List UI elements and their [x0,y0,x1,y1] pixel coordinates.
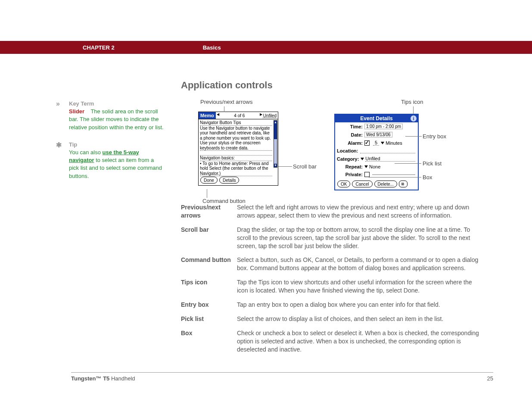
chevron-down-icon[interactable] [364,165,368,168]
keyterm-icon: » [56,100,69,131]
tip-label: Tip [69,141,77,148]
sidebar: » Key Term Slider The solid area on the … [56,54,181,359]
alarm-label: Alarm: [338,140,363,146]
chapter-header: CHAPTER 2 Basics [0,41,532,54]
category-value[interactable]: Unfiled [365,156,415,162]
definitions-table: Previous/next arrows Select the left and… [181,203,482,353]
date-label: Date: [338,132,363,137]
event-details-dialog: Event Details i Time: 1:00 pm - 2:00 pm … [334,114,419,190]
page-title: Application controls [181,80,498,91]
location-entry[interactable] [360,149,416,153]
alarm-unit[interactable]: Minutes [386,140,402,146]
section-label: Basics [203,44,221,51]
page-footer: Tungsten™ T5 Handheld 25 [71,372,493,382]
prev-arrow-icon[interactable]: ◀ [216,112,220,116]
memo-text: Navigation basics: [200,156,272,161]
time-label: Time: [338,124,363,129]
memo-screen: Memo ◀ 4 of 6 ▶ Unfiled Navigator Button… [198,112,278,186]
def-row: Scroll bar Drag the slider, or tap the t… [181,226,482,250]
time-entry[interactable]: 1:00 pm - 2:00 pm [364,124,403,129]
def-row: Pick list Select the arrow to display a … [181,315,482,323]
footer-product-bold: Tungsten™ T5 [71,375,109,382]
delete-button[interactable]: Delete... [374,181,397,187]
memo-category[interactable]: Unfiled [263,112,278,119]
def-desc: Drag the slider, or tap the top or botto… [237,226,482,250]
footer-product-rest: Handheld [109,375,135,382]
memo-text: • To go to Home anytime: Press and hold … [200,161,272,177]
category-label: Category: [337,156,359,162]
def-term: Scroll bar [181,226,237,250]
def-desc: Select the arrow to display a list of ch… [237,315,482,323]
def-row: Box Check or uncheck a box to select or … [181,329,482,354]
def-row: Previous/next arrows Select the left and… [181,203,482,220]
annot-pick: Pick list [423,160,442,167]
date-entry[interactable]: Wed 9/13/06 [364,132,392,137]
annot-tips: Tips icon [401,99,423,105]
chevron-down-icon[interactable] [381,142,384,144]
details-button[interactable]: Details [219,177,240,184]
def-term: Entry box [181,301,237,309]
alarm-checkbox[interactable] [364,140,370,146]
scroll-down-icon[interactable]: ▼ [274,164,277,167]
next-arrow-icon[interactable]: ▶ [259,112,263,116]
memo-text: Use the Navigator button to navigate you… [200,126,272,151]
scroll-thumb[interactable] [274,124,277,139]
scroll-bar[interactable]: ▲ ▼ [274,120,277,168]
def-desc: Select a button, such as OK, Cancel, or … [237,256,482,272]
def-term: Box [181,329,237,354]
event-title: Event Details [360,115,392,121]
memo-text: Navigator Button Tips [200,120,272,126]
tip-icon: ✱ [56,141,69,180]
memo-app-label: Memo [199,112,216,119]
tip-pre: You can also [69,149,103,156]
def-desc: Tap the Tips icon to view shortcuts and … [237,278,482,295]
repeat-value[interactable]: None [369,164,380,169]
def-desc: Check or uncheck a box to select or dese… [237,329,482,354]
keyterm-label: Key Term [69,100,94,107]
ok-button[interactable]: OK [337,181,350,187]
alarm-number[interactable]: 5 [373,140,379,146]
keyterm-term: Slider [69,108,84,115]
chevron-down-icon[interactable] [361,158,364,160]
note-icon[interactable]: 🗎 [399,181,408,187]
def-row: Entry box Tap an entry box to open a dia… [181,301,482,309]
repeat-label: Repeat: [338,164,363,169]
def-term: Pick list [181,315,237,323]
def-desc: Select the left and right arrows to view… [237,203,482,220]
annot-box: Box [423,174,432,181]
annot-scrollbar: Scroll bar [293,163,317,170]
chapter-label: CHAPTER 2 [83,44,115,51]
annot-prevnext: Previous/next arrows [200,99,252,105]
scroll-up-icon[interactable]: ▲ [274,121,277,124]
annot-entry: Entry box [423,133,446,140]
def-desc: Tap an entry box to open a dialog box wh… [237,301,482,309]
def-term: Previous/next arrows [181,203,237,220]
memo-counter: 4 of 6 [220,112,259,119]
page-number: 25 [487,375,493,382]
location-label: Location: [337,148,358,153]
def-term: Tips icon [181,278,237,295]
private-label: Private: [338,172,363,177]
private-checkbox[interactable] [364,172,370,177]
def-term: Command button [181,256,237,272]
annot-cmdbtn: Command button [202,198,246,204]
def-row: Command button Select a button, such as … [181,256,482,272]
done-button[interactable]: Done [200,177,218,184]
cancel-button[interactable]: Cancel [352,181,372,187]
tips-icon[interactable]: i [411,115,417,121]
def-row: Tips icon Tap the Tips icon to view shor… [181,278,482,295]
